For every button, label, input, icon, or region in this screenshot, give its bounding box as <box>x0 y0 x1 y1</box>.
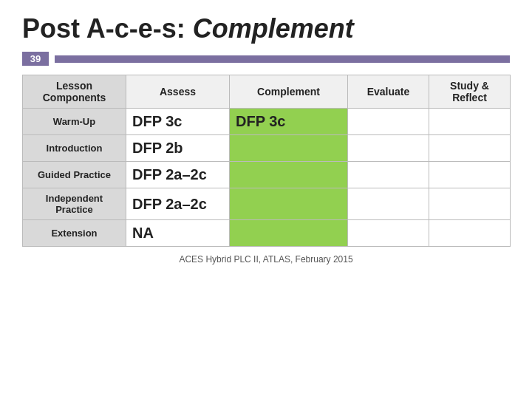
page-container: Post A-c-e-s: Complement 39 LessonCompon… <box>0 0 532 399</box>
cell-study-3 <box>429 188 511 220</box>
cell-study-0 <box>429 109 511 135</box>
cell-lesson-1: Introduction <box>23 135 126 162</box>
cell-lesson-3: IndependentPractice <box>23 188 126 220</box>
cell-complement-2 <box>230 162 348 188</box>
title-prefix: Post A-c-e-s: <box>22 13 193 44</box>
footer: ACES Hybrid PLC II, ATLAS, February 2015 <box>22 254 510 265</box>
cell-study-2 <box>429 162 511 188</box>
cell-assess-0: DFP 3c <box>126 109 230 135</box>
slide-number-bar: 39 <box>22 52 510 66</box>
cell-evaluate-4 <box>348 220 429 247</box>
cell-evaluate-1 <box>348 135 429 162</box>
cell-lesson-4: Extension <box>23 220 126 247</box>
table-row: Warm-UpDFP 3cDFP 3c <box>23 109 511 135</box>
page-title: Post A-c-e-s: Complement <box>22 13 510 44</box>
cell-lesson-0: Warm-Up <box>23 109 126 135</box>
table-row: IndependentPracticeDFP 2a–2c <box>23 188 511 220</box>
cell-assess-3: DFP 2a–2c <box>126 188 230 220</box>
header-assess: Assess <box>126 75 230 109</box>
cell-evaluate-2 <box>348 162 429 188</box>
cell-assess-1: DFP 2b <box>126 135 230 162</box>
cell-complement-4 <box>230 220 348 247</box>
cell-lesson-2: Guided Practice <box>23 162 126 188</box>
title-italic: Complement <box>193 13 354 44</box>
cell-study-4 <box>429 220 511 247</box>
slide-number: 39 <box>22 52 49 66</box>
table-row: IntroductionDFP 2b <box>23 135 511 162</box>
main-table: LessonComponents Assess Complement Evalu… <box>22 75 511 247</box>
purple-bar <box>55 55 510 63</box>
cell-assess-4: NA <box>126 220 230 247</box>
header-study-reflect: Study &Reflect <box>429 75 511 109</box>
header-evaluate: Evaluate <box>348 75 429 109</box>
header-lesson: LessonComponents <box>23 75 126 109</box>
cell-evaluate-0 <box>348 109 429 135</box>
table-row: Guided PracticeDFP 2a–2c <box>23 162 511 188</box>
cell-complement-1 <box>230 135 348 162</box>
cell-study-1 <box>429 135 511 162</box>
cell-evaluate-3 <box>348 188 429 220</box>
cell-complement-3 <box>230 188 348 220</box>
table-row: ExtensionNA <box>23 220 511 247</box>
header-complement: Complement <box>230 75 348 109</box>
cell-assess-2: DFP 2a–2c <box>126 162 230 188</box>
cell-complement-0: DFP 3c <box>230 109 348 135</box>
